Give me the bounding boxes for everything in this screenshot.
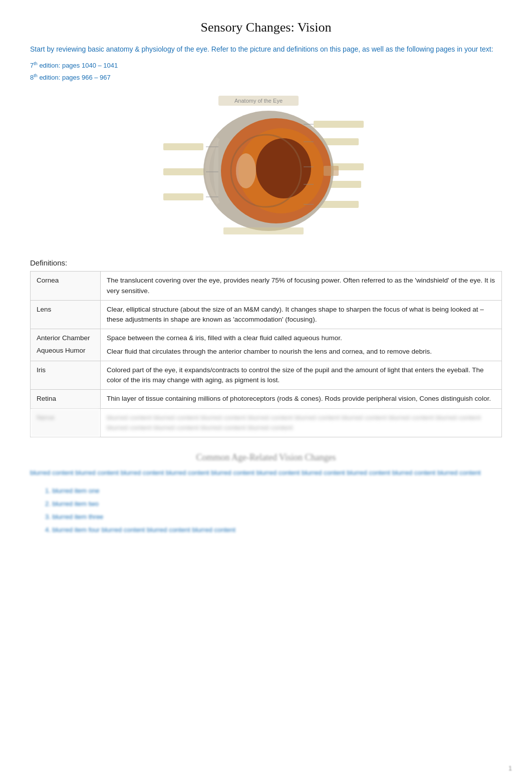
svg-point-13 — [256, 138, 311, 198]
eye-diagram: Anatomy of the Eye — [158, 93, 374, 243]
page-number: 1 — [508, 765, 512, 772]
desc-cornea: The translucent covering over the eye, p… — [101, 272, 502, 301]
svg-point-15 — [236, 153, 256, 188]
definitions-header: Definitions: — [30, 258, 502, 267]
eye-anatomy-svg: Anatomy of the Eye — [158, 93, 374, 243]
edition-7: 7th edition: pages 1040 – 1041 — [30, 60, 502, 72]
definitions-table: Cornea The translucent covering over the… — [30, 271, 502, 437]
next-section-list: blurred item one blurred item two blurre… — [30, 484, 502, 537]
eye-diagram-container: Anatomy of the Eye — [30, 93, 502, 243]
svg-text:Anatomy of the Eye: Anatomy of the Eye — [234, 98, 283, 104]
intro-text: Start by reviewing basic anatomy & physi… — [30, 44, 502, 55]
term-retina: Retina — [31, 390, 101, 408]
svg-rect-8 — [163, 168, 208, 175]
table-row-blurred: Nerve blurred content blurred content bl… — [31, 408, 502, 437]
next-section: Common Age-Related Vision Changes blurre… — [30, 452, 502, 537]
table-row: Iris Colored part of the eye, it expands… — [31, 361, 502, 390]
term-anterior-chamber: Anterior Chamber Aqueous Humor — [31, 329, 101, 361]
table-row: Anterior Chamber Aqueous Humor Space bet… — [31, 329, 502, 361]
desc-anterior-aqueous: Space between the cornea & iris, filled … — [101, 329, 502, 361]
edition-refs: 7th edition: pages 1040 – 1041 8th editi… — [30, 60, 502, 83]
edition-8: 8th edition: pages 966 – 967 — [30, 72, 502, 84]
desc-retina: Thin layer of tissue containing millions… — [101, 390, 502, 408]
table-row: Lens Clear, elliptical structure (about … — [31, 300, 502, 329]
term-nerve: Nerve — [31, 408, 101, 437]
svg-rect-2 — [314, 121, 364, 128]
list-item: blurred item one — [40, 484, 502, 497]
list-item: blurred item two — [40, 497, 502, 510]
svg-rect-16 — [324, 166, 339, 176]
next-section-title: Common Age-Related Vision Changes — [30, 452, 502, 463]
svg-rect-7 — [163, 143, 203, 150]
table-row: Retina Thin layer of tissue containing m… — [31, 390, 502, 408]
list-item: blurred item three — [40, 510, 502, 524]
term-lens: Lens — [31, 300, 101, 329]
desc-lens: Clear, elliptical structure (about the s… — [101, 300, 502, 329]
term-iris: Iris — [31, 361, 101, 390]
desc-iris: Colored part of the eye, it expands/cont… — [101, 361, 502, 390]
list-item: blurred item four blurred content blurre… — [40, 524, 502, 537]
svg-rect-9 — [163, 193, 203, 200]
page-title: Sensory Changes: Vision — [30, 20, 502, 35]
svg-rect-25 — [223, 227, 304, 234]
next-section-intro: blurred content blurred content blurred … — [30, 468, 502, 478]
table-row: Cornea The translucent covering over the… — [31, 272, 502, 301]
desc-nerve: blurred content blurred content blurred … — [101, 408, 502, 437]
term-cornea: Cornea — [31, 272, 101, 301]
